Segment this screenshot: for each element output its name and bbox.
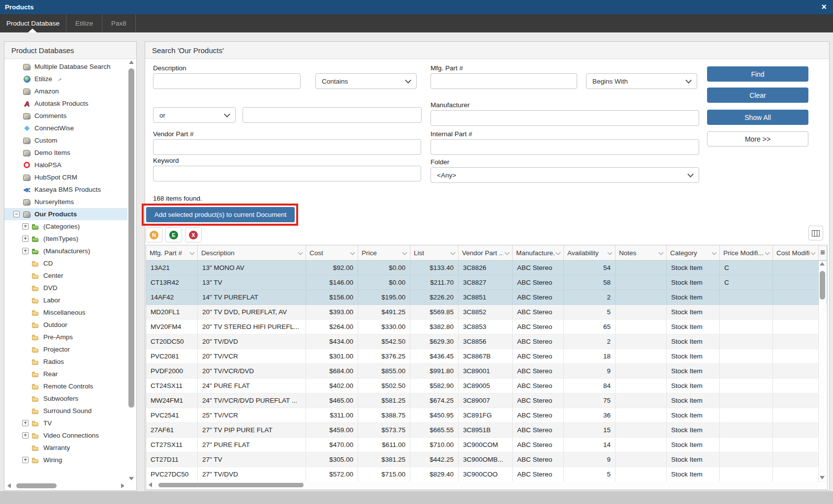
tree-expander[interactable]: + (22, 236, 29, 242)
column-header[interactable]: Manufacture... (513, 245, 564, 260)
table-row[interactable]: 13A2113" MONO AV$92.00$0.00$133.403C8826… (146, 261, 827, 275)
delete-item-button[interactable]: X (185, 227, 202, 242)
tree-item[interactable]: Warranty (4, 442, 127, 454)
edit-item-button[interactable]: E (165, 227, 182, 242)
table-vertical-scrollbar[interactable] (819, 261, 827, 480)
sort-chevron-icon[interactable] (765, 250, 770, 255)
tree-expander[interactable]: − (13, 211, 20, 217)
table-row[interactable]: CT13R4213" TV$146.00$0.00$211.703C8827AB… (146, 275, 827, 290)
tree-item[interactable]: Autotask Products (4, 97, 127, 110)
tree-item[interactable]: HubSpot CRM (4, 171, 127, 183)
sort-chevron-icon[interactable] (451, 250, 456, 255)
tree-expander[interactable]: + (22, 457, 29, 463)
tree-item[interactable]: Multiple Database Search (4, 60, 127, 73)
table-row[interactable]: PVC254125" TV/VCR$311.00$388.75$450.953C… (146, 408, 827, 423)
column-header[interactable]: Vendor Part ... (459, 245, 513, 260)
sort-chevron-icon[interactable] (298, 250, 303, 255)
tree-item[interactable]: Projector (4, 343, 127, 356)
tree-item[interactable]: Labor (4, 294, 127, 306)
tab-etilize[interactable]: Etilize (66, 14, 102, 32)
mfg-part-input[interactable] (431, 73, 577, 89)
manufacturer-input[interactable] (431, 110, 699, 126)
secondary-description-input[interactable] (243, 107, 422, 123)
find-button[interactable]: Find (707, 66, 808, 82)
tree-item[interactable]: NurseryItems (4, 196, 127, 208)
scroll-right-icon[interactable] (121, 483, 124, 488)
sort-chevron-icon[interactable] (659, 250, 664, 255)
vendor-part-input[interactable] (153, 139, 421, 155)
table-row[interactable]: PVC208120" TV/VCR$301.00$376.25$436.453C… (146, 349, 827, 364)
scroll-left-icon[interactable] (149, 482, 152, 487)
tree-item[interactable]: + TV (4, 417, 127, 429)
column-header[interactable]: Description (198, 245, 306, 260)
tree-item[interactable]: Surround Sound (4, 405, 127, 417)
scrollbar-thumb[interactable] (128, 68, 134, 408)
tree-item[interactable]: − Our Products (4, 208, 127, 220)
tree-item[interactable]: ConnectWise (4, 122, 127, 134)
column-header[interactable]: Price Modifi... (720, 245, 773, 260)
tree-item[interactable]: Etilize → (4, 73, 127, 85)
table-row[interactable]: 27AF6127" TV PIP PURE FLAT$459.00$573.75… (146, 423, 827, 438)
sort-chevron-icon[interactable] (608, 250, 613, 255)
tree-item[interactable]: DVD (4, 282, 127, 294)
mfg-match-select[interactable]: Begins With (586, 73, 697, 89)
tree-item[interactable]: + (Categories) (4, 220, 127, 233)
sort-chevron-icon[interactable] (712, 250, 717, 255)
scrollbar-thumb[interactable] (16, 483, 57, 488)
table-row[interactable]: CT27SX1127" PURE FLAT$470.00$611.00$710.… (146, 438, 827, 452)
tree-expander[interactable]: + (22, 420, 29, 426)
tree-item[interactable]: Pre-Amps (4, 331, 127, 343)
close-icon[interactable]: × (821, 0, 827, 14)
column-header[interactable]: Cost Modifie... (773, 245, 819, 260)
tree-item[interactable]: Outdoor (4, 319, 127, 331)
tree-item[interactable]: Remote Controls (4, 380, 127, 392)
scrollbar-thumb[interactable] (158, 483, 304, 487)
tree-item[interactable]: Comments (4, 110, 127, 122)
tab-pax8[interactable]: Pax8 (102, 14, 136, 32)
sort-chevron-icon[interactable] (402, 250, 407, 255)
operator-select[interactable]: or (153, 107, 236, 123)
table-menu-button[interactable]: ≡ (819, 245, 827, 260)
sort-chevron-icon[interactable] (505, 250, 510, 255)
table-row[interactable]: PVDF200020" TV/VCR/DVD$684.00$855.00$991… (146, 364, 827, 379)
table-row[interactable]: MW24FM124" TV/VCR/DVD PUREFLAT ...$465.0… (146, 393, 827, 408)
tree-item[interactable]: Rear (4, 368, 127, 380)
tree-item[interactable]: + (Manufacturers) (4, 245, 127, 257)
description-input[interactable] (153, 73, 301, 89)
scrollbar-thumb[interactable] (820, 271, 825, 299)
tree-item[interactable]: Amazon (4, 85, 127, 97)
tree-item[interactable]: Center (4, 269, 127, 282)
clear-button[interactable]: Clear (707, 88, 808, 103)
show-all-button[interactable]: Show All (707, 110, 808, 125)
scroll-up-icon[interactable] (129, 60, 134, 64)
tree-item[interactable]: Subwoofers (4, 392, 127, 405)
table-horizontal-scrollbar[interactable] (147, 481, 818, 489)
tree-expander[interactable]: + (22, 432, 29, 439)
tree-item[interactable]: HaloPSA (4, 159, 127, 171)
column-header[interactable]: Mfg. Part # (146, 245, 198, 260)
column-header[interactable]: Availability (564, 245, 616, 260)
tree-expander[interactable]: + (22, 223, 29, 230)
folder-select[interactable]: <Any> (431, 167, 699, 183)
table-row[interactable]: CT27D1127" TV$305.00$381.25$442.253C900O… (146, 452, 827, 467)
description-match-select[interactable]: Contains (315, 73, 417, 89)
tree-item[interactable]: Miscellaneous (4, 306, 127, 319)
sort-chevron-icon[interactable] (350, 250, 355, 255)
column-header[interactable]: Notes (616, 245, 667, 260)
tree-item[interactable]: Custom (4, 134, 127, 147)
table-row[interactable]: CT20DC5020" TV/DVD$434.00$542.50$629.303… (146, 334, 827, 349)
sort-chevron-icon[interactable] (190, 250, 195, 255)
keyword-input[interactable] (153, 166, 421, 181)
column-header[interactable]: Category (667, 245, 720, 260)
sidebar-horizontal-scrollbar[interactable] (5, 482, 126, 489)
table-row[interactable]: 14AF4214" TV PUREFLAT$156.00$195.00$226.… (146, 290, 827, 305)
internal-part-input[interactable] (431, 139, 699, 155)
column-header[interactable]: Price (358, 245, 410, 260)
column-chooser-button[interactable] (808, 226, 823, 240)
add-selected-products-button[interactable]: Add selected product(s) to current Docum… (146, 207, 295, 222)
tree-item[interactable]: Kaseya BMS Products (4, 183, 127, 196)
table-row[interactable]: PVC27DC5027" TV/DVD$572.00$715.00$829.40… (146, 467, 827, 482)
tree-item[interactable]: + Video Connections (4, 429, 127, 442)
sort-chevron-icon[interactable] (556, 250, 561, 255)
scroll-left-icon[interactable] (7, 483, 11, 488)
